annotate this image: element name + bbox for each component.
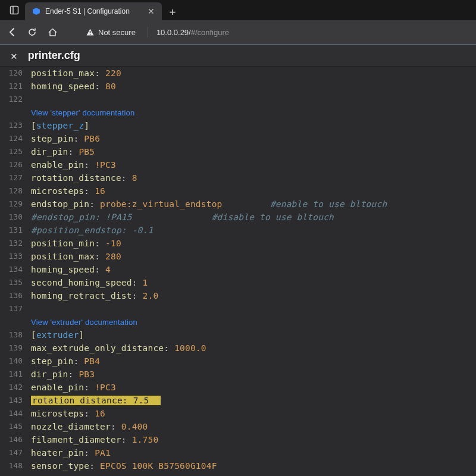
code-line: 134homing_speed: 4 (0, 263, 476, 276)
line-number: 133 (0, 250, 31, 263)
code-content[interactable]: position_max: 220 (31, 67, 121, 80)
code-content[interactable]: [stepper_z] (31, 119, 89, 132)
code-content[interactable]: second_homing_speed: 1 (31, 276, 148, 289)
code-content[interactable]: View 'stepper' documentation (31, 106, 134, 120)
code-editor[interactable]: 120position_max: 220121homing_speed: 801… (0, 67, 476, 472)
toolbar-divider (148, 27, 148, 37)
code-content[interactable]: enable_pin: !PC3 (31, 158, 116, 171)
highlighted-line: rotation_distance: 7.5 (31, 396, 161, 405)
code-content[interactable]: homing_speed: 80 (31, 80, 116, 93)
doc-link[interactable]: View 'extruder' documentation (31, 318, 137, 327)
code-content[interactable]: position_max: 280 (31, 250, 121, 263)
code-content[interactable]: View 'extruder' documentation (31, 315, 137, 329)
tab-overview-button[interactable] (4, 0, 25, 20)
home-button[interactable] (48, 27, 60, 37)
line-number: 147 (0, 446, 31, 459)
code-content[interactable]: position_min: -10 (31, 237, 121, 250)
new-tab-button[interactable]: + (162, 2, 183, 20)
code-line: View 'extruder' documentation (0, 315, 476, 328)
code-content[interactable]: sensor_type: EPCOS 100K B57560G104F (31, 459, 217, 472)
line-number: 132 (0, 237, 31, 250)
file-name: printer.cfg (28, 49, 80, 62)
svg-rect-3 (90, 31, 90, 33)
back-button[interactable] (7, 27, 19, 37)
code-line: 144microsteps: 16 (0, 407, 476, 420)
tab-close-icon[interactable]: ✕ (148, 7, 155, 16)
line-number: 128 (0, 184, 31, 198)
line-number: 134 (0, 263, 31, 276)
line-number: 135 (0, 276, 31, 289)
address-bar[interactable]: 10.0.0.29/#/configure (156, 28, 229, 37)
code-line: 123[stepper_z] (0, 119, 476, 132)
line-number: 122 (0, 93, 31, 106)
line-number: 137 (0, 302, 31, 315)
code-line: 133position_max: 280 (0, 250, 476, 263)
code-line: 136homing_retract_dist: 2.0 (0, 289, 476, 302)
code-content[interactable]: enable_pin: !PC3 (31, 381, 116, 394)
code-line: 132position_min: -10 (0, 237, 476, 250)
browser-toolbar: Not secure 10.0.0.29/#/configure (0, 20, 476, 44)
svg-rect-4 (90, 34, 90, 35)
line-number: 127 (0, 171, 31, 184)
code-content[interactable]: microsteps: 16 (31, 184, 105, 198)
code-content[interactable]: max_extrude_only_distance: 1000.0 (31, 342, 206, 355)
line-number: 131 (0, 224, 31, 237)
code-content[interactable]: filament_diameter: 1.750 (31, 433, 158, 446)
browser-tab[interactable]: Ender-5 S1 | Configuration ✕ (25, 2, 162, 20)
code-content[interactable]: homing_retract_dist: 2.0 (31, 289, 158, 302)
editor-header: ✕ printer.cfg (0, 44, 476, 67)
line-number: 144 (0, 407, 31, 420)
code-content[interactable]: homing_speed: 4 (31, 263, 111, 276)
code-content[interactable]: rotation_distance: 7.5 (31, 394, 161, 407)
code-content[interactable]: heater_pin: PA1 (31, 446, 111, 459)
code-line: 145nozzle_diameter: 0.400 (0, 420, 476, 433)
code-content[interactable]: endstop_pin: probe:z_virtual_endstop #en… (31, 198, 387, 211)
code-line: 146filament_diameter: 1.750 (0, 433, 476, 446)
browser-tab-strip: Ender-5 S1 | Configuration ✕ + (0, 0, 476, 20)
code-line: 141dir_pin: PB3 (0, 368, 476, 381)
code-line: 126enable_pin: !PC3 (0, 158, 476, 171)
code-line: 121homing_speed: 80 (0, 80, 476, 93)
code-line: 137 (0, 302, 476, 315)
svg-rect-0 (11, 7, 18, 14)
code-line: 130#endstop_pin: !PA15 #disable to use b… (0, 211, 476, 224)
line-number: 130 (0, 211, 31, 224)
tab-title: Ender-5 S1 | Configuration (45, 7, 143, 15)
line-number: 141 (0, 368, 31, 381)
code-line: 143rotation_distance: 7.5 (0, 394, 476, 407)
code-line: 142enable_pin: !PC3 (0, 381, 476, 394)
code-content[interactable]: step_pin: PB6 (31, 132, 100, 145)
doc-link[interactable]: View 'stepper' documentation (31, 108, 134, 117)
code-line: 129endstop_pin: probe:z_virtual_endstop … (0, 198, 476, 211)
code-content[interactable]: #position_endstop: -0.1 (31, 224, 153, 237)
code-content[interactable]: rotation_distance: 8 (31, 171, 137, 184)
not-secure-label: Not secure (98, 28, 136, 37)
line-number: 124 (0, 132, 31, 145)
code-content[interactable]: step_pin: PB4 (31, 355, 100, 368)
code-content[interactable]: dir_pin: PB5 (31, 145, 95, 158)
line-number: 142 (0, 381, 31, 394)
line-number: 139 (0, 342, 31, 355)
line-number: 120 (0, 67, 31, 80)
code-content[interactable]: nozzle_diameter: 0.400 (31, 420, 148, 433)
code-line: 135second_homing_speed: 1 (0, 276, 476, 289)
code-content[interactable]: #endstop_pin: !PA15 #disable to use blto… (31, 211, 334, 224)
line-number: 125 (0, 145, 31, 158)
code-line: 128microsteps: 16 (0, 184, 476, 198)
refresh-button[interactable] (27, 27, 39, 37)
code-content[interactable]: microsteps: 16 (31, 407, 105, 420)
line-number: 146 (0, 433, 31, 446)
line-number: 140 (0, 355, 31, 368)
code-line: 124step_pin: PB6 (0, 132, 476, 145)
panel-icon (10, 5, 19, 15)
code-content[interactable]: [extruder] (31, 328, 84, 342)
line-number: 148 (0, 459, 31, 472)
security-indicator[interactable]: Not secure (82, 28, 139, 37)
code-content[interactable]: dir_pin: PB3 (31, 368, 95, 381)
code-line: 139max_extrude_only_distance: 1000.0 (0, 342, 476, 355)
code-line: 138[extruder] (0, 328, 476, 342)
code-line: 131#position_endstop: -0.1 (0, 224, 476, 237)
close-editor-button[interactable]: ✕ (11, 49, 17, 62)
code-line: View 'stepper' documentation (0, 106, 476, 119)
line-number: 121 (0, 80, 31, 93)
